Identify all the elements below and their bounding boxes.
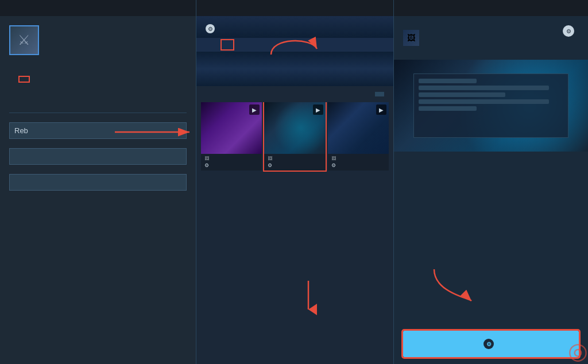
bg-card-deepsea-type: 🖼 (331, 156, 385, 161)
item-description (394, 152, 588, 324)
corner-decoration: ◎ (568, 338, 588, 364)
tab-ds[interactable] (196, 38, 208, 52)
custom-url-input[interactable] (9, 174, 187, 191)
mock-row-5 (419, 106, 477, 111)
profile-name-input[interactable] (9, 122, 187, 139)
bg-card-night[interactable]: ▶ 🖼 ⚙ (201, 102, 262, 171)
bg-card-night-icon: ▶ (249, 104, 260, 115)
nav-links (0, 64, 196, 90)
shop-banner (196, 16, 393, 38)
backgrounds-grid: ▶ 🖼 ⚙ ▶ 🖼 (196, 102, 393, 175)
bg-card-deepsea-info: 🖼 ⚙ (328, 154, 389, 171)
hero-section (196, 52, 393, 86)
avatar-image (10, 26, 38, 54)
mock-row-2 (419, 86, 549, 90)
points-shop-panel: ▶ 🖼 ⚙ ▶ 🖼 (196, 0, 394, 364)
bg-card-deepsea-icon: ▶ (376, 104, 386, 115)
steam-coin-icon (206, 24, 215, 33)
real-name-field (9, 148, 187, 165)
bg-card-ink-price: ⚙ (268, 162, 322, 168)
general-section (0, 90, 196, 209)
item-collection: 🖼 (403, 30, 423, 46)
real-name-input[interactable] (9, 148, 187, 165)
steam-coin-icon-2 (563, 25, 574, 37)
see-all-button[interactable] (375, 92, 384, 96)
bg-card-ink-info: 🖼 ⚙ (264, 154, 325, 171)
bg-card-night-type: 🖼 (204, 156, 258, 161)
preview-mock (413, 73, 568, 138)
tab-steam-points-shop[interactable] (18, 76, 30, 83)
avatar (9, 25, 39, 55)
bg-card-night-price: ⚙ (204, 162, 258, 168)
shop-nav-tabs (196, 38, 393, 52)
custom-url-field (9, 174, 187, 191)
arrow-to-ink (303, 281, 314, 315)
bg-card-deepsea[interactable]: ▶ 🖼 ⚙ (328, 102, 389, 171)
item-preview (394, 60, 588, 152)
tab-bar (9, 76, 187, 83)
item-detail-panel: 🖼 (394, 0, 588, 364)
btn-coin-icon: ⚙ (483, 339, 494, 349)
bg-card-ink-type: 🖼 (268, 156, 322, 161)
mock-row-4 (419, 99, 549, 104)
bg-card-ink[interactable]: ▶ 🖼 ⚙ (264, 102, 325, 171)
section-header (196, 86, 393, 102)
tab-avatar[interactable] (208, 38, 219, 52)
preview-overlay (394, 60, 588, 152)
profile-section (0, 16, 196, 64)
edit-profile-header (0, 0, 196, 16)
tab-backgrounds[interactable] (220, 39, 234, 51)
item-detail-header (394, 0, 588, 16)
purchase-button[interactable]: ⚙ (403, 331, 579, 357)
general-label (9, 108, 187, 113)
mock-row-3 (419, 92, 505, 97)
bg-card-ink-icon: ▶ (313, 104, 323, 115)
points-shop-header (196, 0, 393, 16)
edit-profile-panel (0, 0, 196, 364)
tab-points-badges[interactable] (235, 38, 247, 52)
bg-card-night-info: 🖼 ⚙ (201, 154, 262, 171)
bg-card-deepsea-price: ⚙ (331, 162, 385, 168)
collection-icon: 🖼 (403, 30, 419, 46)
mock-row-1 (419, 79, 477, 83)
profile-name-field (9, 122, 187, 139)
item-info: 🖼 (394, 16, 588, 60)
